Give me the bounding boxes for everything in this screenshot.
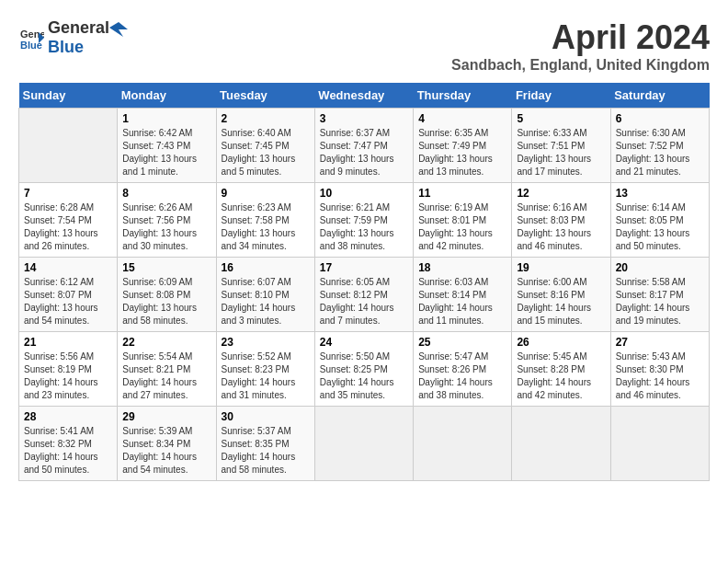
calendar-cell — [414, 407, 512, 481]
calendar-cell: 22Sunrise: 5:54 AMSunset: 8:21 PMDayligh… — [118, 332, 216, 407]
day-number: 19 — [517, 261, 605, 274]
day-number: 6 — [616, 112, 704, 125]
day-number: 20 — [616, 261, 704, 274]
day-number: 27 — [616, 336, 704, 349]
day-number: 8 — [122, 187, 210, 200]
calendar-cell: 15Sunrise: 6:09 AMSunset: 8:08 PMDayligh… — [118, 258, 216, 332]
week-row-1: 1Sunrise: 6:42 AMSunset: 7:43 PMDaylight… — [19, 109, 710, 183]
calendar-cell: 5Sunrise: 6:33 AMSunset: 7:51 PMDaylight… — [512, 109, 610, 183]
day-number: 11 — [418, 187, 506, 200]
calendar-cell: 23Sunrise: 5:52 AMSunset: 8:23 PMDayligh… — [216, 332, 314, 407]
day-number: 13 — [616, 187, 704, 200]
days-header-row: SundayMondayTuesdayWednesdayThursdayFrid… — [19, 83, 710, 109]
day-header-saturday: Saturday — [610, 83, 709, 109]
day-number: 29 — [122, 410, 210, 423]
calendar-cell: 18Sunrise: 6:03 AMSunset: 8:14 PMDayligh… — [414, 258, 512, 332]
day-info: Sunrise: 6:40 AMSunset: 7:45 PMDaylight:… — [222, 127, 310, 178]
day-number: 12 — [517, 187, 605, 200]
logo-general-text: General — [48, 18, 109, 38]
calendar-cell: 19Sunrise: 6:00 AMSunset: 8:16 PMDayligh… — [512, 258, 610, 332]
day-number: 22 — [122, 336, 210, 349]
day-info: Sunrise: 6:33 AMSunset: 7:51 PMDaylight:… — [517, 127, 605, 178]
day-info: Sunrise: 6:37 AMSunset: 7:47 PMDaylight:… — [320, 127, 408, 178]
day-info: Sunrise: 6:00 AMSunset: 8:16 PMDaylight:… — [517, 276, 605, 327]
day-info: Sunrise: 6:09 AMSunset: 8:08 PMDaylight:… — [122, 276, 210, 327]
logo-blue-text: Blue — [48, 38, 84, 56]
svg-marker-3 — [109, 22, 128, 37]
calendar-cell: 28Sunrise: 5:41 AMSunset: 8:32 PMDayligh… — [19, 407, 118, 481]
day-number: 21 — [24, 336, 112, 349]
day-info: Sunrise: 6:16 AMSunset: 8:03 PMDaylight:… — [517, 201, 605, 253]
day-number: 30 — [222, 410, 310, 423]
day-number: 14 — [24, 261, 112, 274]
day-info: Sunrise: 6:19 AMSunset: 8:01 PMDaylight:… — [418, 201, 506, 253]
day-info: Sunrise: 6:23 AMSunset: 7:58 PMDaylight:… — [222, 201, 310, 253]
calendar-cell: 6Sunrise: 6:30 AMSunset: 7:52 PMDaylight… — [610, 109, 709, 183]
title-area: April 2024 Sandbach, England, United Kin… — [451, 18, 710, 74]
day-info: Sunrise: 6:26 AMSunset: 7:56 PMDaylight:… — [122, 201, 210, 253]
day-number: 23 — [222, 336, 310, 349]
day-info: Sunrise: 5:39 AMSunset: 8:34 PMDaylight:… — [122, 425, 210, 477]
calendar-cell: 3Sunrise: 6:37 AMSunset: 7:47 PMDaylight… — [314, 109, 413, 183]
calendar-cell — [512, 407, 610, 481]
subtitle: Sandbach, England, United Kingdom — [451, 57, 710, 74]
day-info: Sunrise: 5:50 AMSunset: 8:25 PMDaylight:… — [320, 350, 408, 402]
day-info: Sunrise: 5:58 AMSunset: 8:17 PMDaylight:… — [616, 276, 704, 327]
week-row-2: 7Sunrise: 6:28 AMSunset: 7:54 PMDaylight… — [19, 183, 710, 258]
calendar-cell: 29Sunrise: 5:39 AMSunset: 8:34 PMDayligh… — [118, 407, 216, 481]
calendar-cell — [314, 407, 413, 481]
day-number: 10 — [320, 187, 408, 200]
day-info: Sunrise: 6:42 AMSunset: 7:43 PMDaylight:… — [122, 127, 210, 178]
day-info: Sunrise: 5:41 AMSunset: 8:32 PMDaylight:… — [24, 425, 112, 477]
calendar-cell: 2Sunrise: 6:40 AMSunset: 7:45 PMDaylight… — [216, 109, 314, 183]
day-header-tuesday: Tuesday — [216, 83, 314, 109]
day-number: 28 — [24, 410, 112, 423]
calendar-cell: 12Sunrise: 6:16 AMSunset: 8:03 PMDayligh… — [512, 183, 610, 258]
calendar-cell: 11Sunrise: 6:19 AMSunset: 8:01 PMDayligh… — [414, 183, 512, 258]
calendar-cell: 1Sunrise: 6:42 AMSunset: 7:43 PMDaylight… — [118, 109, 216, 183]
logo-bird-icon — [109, 20, 130, 37]
day-number: 18 — [418, 261, 506, 274]
day-header-thursday: Thursday — [414, 83, 512, 109]
calendar-cell: 25Sunrise: 5:47 AMSunset: 8:26 PMDayligh… — [414, 332, 512, 407]
calendar-cell: 26Sunrise: 5:45 AMSunset: 8:28 PMDayligh… — [512, 332, 610, 407]
day-header-sunday: Sunday — [19, 83, 118, 109]
calendar-cell: 21Sunrise: 5:56 AMSunset: 8:19 PMDayligh… — [19, 332, 118, 407]
calendar-table: SundayMondayTuesdayWednesdayThursdayFrid… — [18, 83, 710, 481]
day-number: 2 — [222, 112, 310, 125]
day-info: Sunrise: 5:56 AMSunset: 8:19 PMDaylight:… — [24, 350, 112, 402]
day-info: Sunrise: 6:07 AMSunset: 8:10 PMDaylight:… — [222, 276, 310, 327]
day-number: 4 — [418, 112, 506, 125]
day-info: Sunrise: 6:14 AMSunset: 8:05 PMDaylight:… — [616, 201, 704, 253]
calendar-cell: 20Sunrise: 5:58 AMSunset: 8:17 PMDayligh… — [610, 258, 709, 332]
day-header-monday: Monday — [118, 83, 216, 109]
day-number: 26 — [517, 336, 605, 349]
header: General Blue General Blue April 2024 San… — [18, 18, 710, 74]
day-number: 17 — [320, 261, 408, 274]
day-info: Sunrise: 5:54 AMSunset: 8:21 PMDaylight:… — [122, 350, 210, 402]
day-info: Sunrise: 6:05 AMSunset: 8:12 PMDaylight:… — [320, 276, 408, 327]
calendar-cell — [19, 109, 118, 183]
day-info: Sunrise: 6:30 AMSunset: 7:52 PMDaylight:… — [616, 127, 704, 178]
day-info: Sunrise: 6:12 AMSunset: 8:07 PMDaylight:… — [24, 276, 112, 327]
day-info: Sunrise: 5:47 AMSunset: 8:26 PMDaylight:… — [418, 350, 506, 402]
day-number: 24 — [320, 336, 408, 349]
day-number: 25 — [418, 336, 506, 349]
day-number: 16 — [222, 261, 310, 274]
day-info: Sunrise: 5:45 AMSunset: 8:28 PMDaylight:… — [517, 350, 605, 402]
day-info: Sunrise: 6:21 AMSunset: 7:59 PMDaylight:… — [320, 201, 408, 253]
day-header-friday: Friday — [512, 83, 610, 109]
week-row-3: 14Sunrise: 6:12 AMSunset: 8:07 PMDayligh… — [19, 258, 710, 332]
week-row-4: 21Sunrise: 5:56 AMSunset: 8:19 PMDayligh… — [19, 332, 710, 407]
day-header-wednesday: Wednesday — [314, 83, 413, 109]
day-number: 15 — [122, 261, 210, 274]
calendar-cell: 14Sunrise: 6:12 AMSunset: 8:07 PMDayligh… — [19, 258, 118, 332]
logo-icon: General Blue — [18, 25, 44, 51]
main-title: April 2024 — [451, 18, 710, 57]
calendar-cell: 8Sunrise: 6:26 AMSunset: 7:56 PMDaylight… — [118, 183, 216, 258]
calendar-cell: 27Sunrise: 5:43 AMSunset: 8:30 PMDayligh… — [610, 332, 709, 407]
calendar-cell: 13Sunrise: 6:14 AMSunset: 8:05 PMDayligh… — [610, 183, 709, 258]
day-info: Sunrise: 5:37 AMSunset: 8:35 PMDaylight:… — [222, 425, 310, 477]
calendar-cell: 30Sunrise: 5:37 AMSunset: 8:35 PMDayligh… — [216, 407, 314, 481]
logo: General Blue General Blue — [18, 18, 130, 57]
